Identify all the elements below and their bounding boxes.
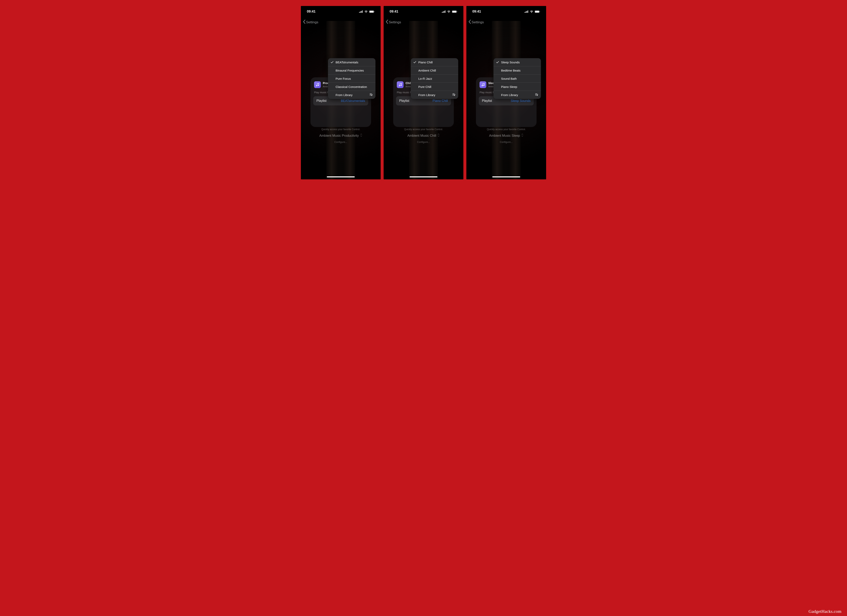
svg-point-33 bbox=[481, 84, 482, 84]
playlist-value: Sleep Sounds bbox=[511, 99, 531, 103]
svg-rect-18 bbox=[457, 11, 457, 12]
battery-icon bbox=[369, 10, 375, 13]
playlist-popover: Sleep SoundsBedtime BeatsSound BathPiano… bbox=[493, 58, 541, 99]
popover-option[interactable]: BEATstrumentals bbox=[328, 58, 375, 66]
phone-screen: 09:41SettingsChillAmbienPlay music forPl… bbox=[384, 6, 463, 179]
popover-from-library[interactable]: From Library bbox=[328, 91, 375, 99]
popover-option[interactable]: Binaural Frequencies bbox=[328, 66, 375, 75]
hint-text: Quickly access your favorite Control. bbox=[384, 128, 463, 131]
popover-option[interactable]: Classical Concentration bbox=[328, 83, 375, 91]
popover-option-label: Bedtime Beats bbox=[501, 69, 538, 72]
popover-option[interactable]: Piano Sleep bbox=[493, 83, 541, 91]
popover-option[interactable]: Pure Focus bbox=[328, 75, 375, 83]
status-time: 09:41 bbox=[390, 10, 398, 13]
configure-link[interactable]: Configure... bbox=[384, 141, 463, 143]
music-app-icon bbox=[397, 81, 404, 88]
music-library-icon bbox=[369, 93, 373, 97]
music-app-icon bbox=[480, 81, 486, 88]
configure-link[interactable]: Configure... bbox=[301, 141, 381, 143]
popover-option[interactable]: Sound Bath bbox=[493, 75, 541, 83]
svg-rect-13 bbox=[443, 12, 443, 13]
svg-rect-26 bbox=[527, 11, 527, 13]
popover-option-label: From Library bbox=[501, 93, 535, 97]
mode-label: Ambient Music Productivity bbox=[319, 134, 359, 137]
svg-point-21 bbox=[399, 84, 399, 84]
music-library-icon bbox=[535, 93, 538, 97]
svg-rect-30 bbox=[540, 11, 540, 12]
hint-text: Quickly access your favorite Control. bbox=[466, 128, 546, 131]
popover-from-library[interactable]: From Library bbox=[411, 91, 458, 99]
mode-selector[interactable]: Ambient Music Sleep bbox=[466, 134, 546, 137]
chevron-left-icon bbox=[303, 19, 306, 25]
svg-rect-6 bbox=[374, 11, 375, 12]
popover-option[interactable]: Piano Chill bbox=[411, 58, 458, 66]
wifi-icon bbox=[530, 10, 533, 13]
svg-rect-3 bbox=[362, 10, 363, 13]
cellular-signal-icon bbox=[525, 10, 528, 13]
popover-option-label: Binaural Frequencies bbox=[336, 69, 373, 72]
svg-rect-25 bbox=[525, 12, 526, 13]
svg-rect-2 bbox=[361, 11, 362, 13]
phone-screen: 09:41SettingsProducAmbienPlay music forP… bbox=[301, 6, 381, 179]
phone-screen: 09:41SettingsSleepAmbienPlay music forPl… bbox=[466, 6, 546, 179]
svg-rect-24 bbox=[525, 12, 525, 13]
svg-rect-0 bbox=[359, 12, 360, 13]
popover-option[interactable]: Ambient Chill bbox=[411, 66, 458, 75]
back-label: Settings bbox=[472, 20, 484, 24]
popover-option[interactable]: Pure Chill bbox=[411, 83, 458, 91]
popover-option-label: Sound Bath bbox=[501, 77, 538, 80]
svg-rect-1 bbox=[360, 12, 361, 13]
popover-option-label: Ambient Chill bbox=[418, 69, 455, 72]
popover-option-label: From Library bbox=[418, 93, 452, 97]
chevron-left-icon bbox=[386, 19, 389, 25]
music-app-icon bbox=[314, 81, 321, 88]
svg-rect-29 bbox=[535, 11, 539, 13]
svg-rect-14 bbox=[444, 11, 444, 13]
status-time: 09:41 bbox=[307, 10, 316, 13]
battery-icon bbox=[452, 10, 457, 13]
home-indicator[interactable] bbox=[410, 176, 437, 177]
below-card-info: Quickly access your favorite Control.Amb… bbox=[301, 124, 381, 143]
back-button[interactable]: Settings bbox=[303, 19, 318, 25]
svg-rect-5 bbox=[369, 11, 374, 13]
configure-link[interactable]: Configure... bbox=[466, 141, 546, 143]
back-label: Settings bbox=[389, 20, 401, 24]
chevron-left-icon bbox=[468, 19, 472, 25]
below-card-info: Quickly access your favorite Control.Amb… bbox=[384, 124, 463, 143]
wifi-icon bbox=[364, 10, 368, 13]
home-indicator[interactable] bbox=[492, 176, 520, 177]
mode-label: Ambient Music Sleep bbox=[489, 134, 520, 137]
svg-point-10 bbox=[316, 84, 316, 84]
popover-option-label: Classical Concentration bbox=[336, 85, 373, 88]
popover-option-label: Lo-Fi Jazz bbox=[418, 77, 455, 80]
playlist-value: Piano Chill bbox=[433, 99, 448, 103]
svg-rect-15 bbox=[445, 10, 446, 13]
svg-rect-17 bbox=[452, 11, 456, 13]
popover-from-library[interactable]: From Library bbox=[493, 91, 541, 99]
checkmark-icon bbox=[331, 61, 334, 63]
cellular-signal-icon bbox=[442, 10, 446, 13]
mode-selector[interactable]: Ambient Music Chill bbox=[384, 134, 463, 137]
playlist-popover: Piano ChillAmbient ChillLo-Fi JazzPure C… bbox=[411, 58, 458, 99]
hint-text: Quickly access your favorite Control. bbox=[301, 128, 381, 131]
svg-point-9 bbox=[316, 84, 316, 84]
cellular-signal-icon bbox=[359, 10, 363, 13]
back-button[interactable]: Settings bbox=[468, 19, 484, 25]
popover-option[interactable]: Bedtime Beats bbox=[493, 66, 541, 75]
wifi-icon bbox=[447, 10, 451, 13]
popover-option[interactable]: Lo-Fi Jazz bbox=[411, 75, 458, 83]
back-label: Settings bbox=[306, 20, 318, 24]
mode-selector[interactable]: Ambient Music Productivity bbox=[301, 134, 381, 137]
checkmark-icon bbox=[413, 61, 417, 63]
up-down-arrows-icon bbox=[521, 134, 523, 137]
back-button[interactable]: Settings bbox=[386, 19, 401, 25]
status-bar: 09:41 bbox=[466, 10, 546, 13]
popover-option-label: Pure Focus bbox=[336, 77, 373, 80]
status-bar: 09:41 bbox=[301, 10, 381, 13]
up-down-arrows-icon bbox=[360, 134, 362, 137]
below-card-info: Quickly access your favorite Control.Amb… bbox=[466, 124, 546, 143]
up-down-arrows-icon bbox=[437, 134, 440, 137]
popover-option[interactable]: Sleep Sounds bbox=[493, 58, 541, 66]
status-bar: 09:41 bbox=[384, 10, 463, 13]
home-indicator[interactable] bbox=[327, 176, 355, 177]
